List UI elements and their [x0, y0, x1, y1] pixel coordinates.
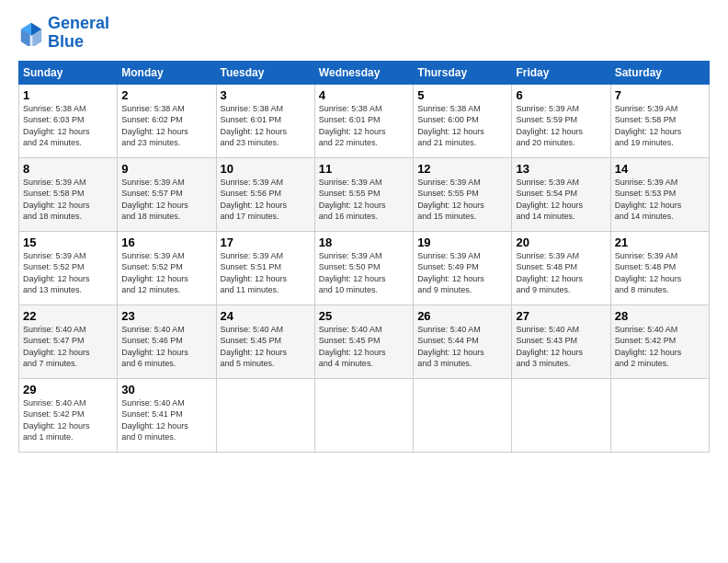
logo-icon	[18, 20, 44, 46]
day-number: 23	[121, 309, 211, 323]
calendar-cell: 30Sunrise: 5:40 AM Sunset: 5:41 PM Dayli…	[118, 378, 216, 452]
calendar-cell: 29Sunrise: 5:40 AM Sunset: 5:42 PM Dayli…	[19, 378, 118, 452]
day-number: 28	[615, 309, 705, 323]
cell-info: Sunrise: 5:39 AM Sunset: 5:49 PM Dayligh…	[417, 250, 507, 296]
day-number: 25	[319, 309, 409, 323]
day-number: 27	[516, 309, 606, 323]
calendar-cell: 10Sunrise: 5:39 AM Sunset: 5:56 PM Dayli…	[216, 157, 314, 231]
weekday-header-monday: Monday	[118, 61, 216, 84]
week-row-1: 1Sunrise: 5:38 AM Sunset: 6:03 PM Daylig…	[19, 84, 710, 157]
day-number: 18	[319, 236, 409, 249]
day-number: 9	[121, 162, 211, 176]
calendar-cell: 28Sunrise: 5:40 AM Sunset: 5:42 PM Dayli…	[610, 304, 709, 378]
calendar-cell: 15Sunrise: 5:39 AM Sunset: 5:52 PM Dayli…	[19, 231, 118, 304]
cell-info: Sunrise: 5:39 AM Sunset: 5:59 PM Dayligh…	[516, 103, 606, 149]
calendar-cell: 5Sunrise: 5:38 AM Sunset: 6:00 PM Daylig…	[414, 84, 512, 157]
cell-info: Sunrise: 5:38 AM Sunset: 6:02 PM Dayligh…	[121, 103, 211, 149]
week-row-3: 15Sunrise: 5:39 AM Sunset: 5:52 PM Dayli…	[19, 231, 710, 304]
cell-info: Sunrise: 5:40 AM Sunset: 5:42 PM Dayligh…	[23, 397, 113, 443]
calendar-cell: 16Sunrise: 5:39 AM Sunset: 5:52 PM Dayli…	[118, 231, 216, 304]
calendar-cell: 20Sunrise: 5:39 AM Sunset: 5:48 PM Dayli…	[512, 231, 610, 304]
day-number: 19	[417, 236, 507, 249]
day-number: 14	[615, 162, 705, 176]
day-number: 30	[121, 383, 211, 396]
calendar-cell: 3Sunrise: 5:38 AM Sunset: 6:01 PM Daylig…	[216, 84, 314, 157]
cell-info: Sunrise: 5:40 AM Sunset: 5:46 PM Dayligh…	[121, 324, 211, 370]
day-number: 11	[319, 162, 409, 176]
cell-info: Sunrise: 5:39 AM Sunset: 5:52 PM Dayligh…	[121, 250, 211, 296]
week-row-2: 8Sunrise: 5:39 AM Sunset: 5:58 PM Daylig…	[19, 157, 710, 231]
cell-info: Sunrise: 5:39 AM Sunset: 5:55 PM Dayligh…	[319, 177, 409, 223]
weekday-header-thursday: Thursday	[414, 61, 512, 84]
calendar-cell: 18Sunrise: 5:39 AM Sunset: 5:50 PM Dayli…	[314, 231, 413, 304]
page: General Blue SundayMondayTuesdayWednesda…	[0, 0, 728, 563]
cell-info: Sunrise: 5:39 AM Sunset: 5:48 PM Dayligh…	[615, 250, 705, 296]
cell-info: Sunrise: 5:38 AM Sunset: 6:00 PM Dayligh…	[417, 103, 507, 149]
weekday-header-friday: Friday	[512, 61, 610, 84]
cell-info: Sunrise: 5:38 AM Sunset: 6:03 PM Dayligh…	[23, 103, 113, 149]
calendar-cell: 14Sunrise: 5:39 AM Sunset: 5:53 PM Dayli…	[610, 157, 709, 231]
day-number: 2	[121, 88, 211, 102]
cell-info: Sunrise: 5:40 AM Sunset: 5:41 PM Dayligh…	[121, 397, 211, 443]
week-row-4: 22Sunrise: 5:40 AM Sunset: 5:47 PM Dayli…	[19, 304, 710, 378]
cell-info: Sunrise: 5:39 AM Sunset: 5:58 PM Dayligh…	[615, 103, 705, 149]
calendar-cell: 25Sunrise: 5:40 AM Sunset: 5:45 PM Dayli…	[314, 304, 413, 378]
day-number: 13	[516, 162, 606, 176]
cell-info: Sunrise: 5:40 AM Sunset: 5:47 PM Dayligh…	[23, 324, 113, 370]
logo-text: General Blue	[48, 15, 109, 52]
calendar-cell: 17Sunrise: 5:39 AM Sunset: 5:51 PM Dayli…	[216, 231, 314, 304]
day-number: 15	[23, 236, 113, 249]
calendar-cell: 27Sunrise: 5:40 AM Sunset: 5:43 PM Dayli…	[512, 304, 610, 378]
calendar-cell: 11Sunrise: 5:39 AM Sunset: 5:55 PM Dayli…	[314, 157, 413, 231]
cell-info: Sunrise: 5:39 AM Sunset: 5:57 PM Dayligh…	[121, 177, 211, 223]
cell-info: Sunrise: 5:39 AM Sunset: 5:50 PM Dayligh…	[319, 250, 409, 296]
week-row-5: 29Sunrise: 5:40 AM Sunset: 5:42 PM Dayli…	[19, 378, 710, 452]
calendar-cell: 19Sunrise: 5:39 AM Sunset: 5:49 PM Dayli…	[414, 231, 512, 304]
day-number: 4	[319, 88, 409, 102]
calendar-cell	[610, 378, 709, 452]
calendar-cell: 12Sunrise: 5:39 AM Sunset: 5:55 PM Dayli…	[414, 157, 512, 231]
calendar-cell: 8Sunrise: 5:39 AM Sunset: 5:58 PM Daylig…	[19, 157, 118, 231]
weekday-header-tuesday: Tuesday	[216, 61, 314, 84]
calendar-cell	[512, 378, 610, 452]
day-number: 22	[23, 309, 113, 323]
calendar-cell	[414, 378, 512, 452]
calendar-cell: 22Sunrise: 5:40 AM Sunset: 5:47 PM Dayli…	[19, 304, 118, 378]
cell-info: Sunrise: 5:40 AM Sunset: 5:44 PM Dayligh…	[417, 324, 507, 370]
cell-info: Sunrise: 5:40 AM Sunset: 5:43 PM Dayligh…	[516, 324, 606, 370]
cell-info: Sunrise: 5:39 AM Sunset: 5:51 PM Dayligh…	[221, 250, 311, 296]
day-number: 5	[417, 88, 507, 102]
day-number: 29	[23, 383, 113, 396]
calendar-cell: 21Sunrise: 5:39 AM Sunset: 5:48 PM Dayli…	[610, 231, 709, 304]
day-number: 1	[23, 88, 113, 102]
calendar-cell: 6Sunrise: 5:39 AM Sunset: 5:59 PM Daylig…	[512, 84, 610, 157]
day-number: 21	[615, 236, 705, 249]
cell-info: Sunrise: 5:39 AM Sunset: 5:56 PM Dayligh…	[221, 177, 311, 223]
cell-info: Sunrise: 5:38 AM Sunset: 6:01 PM Dayligh…	[319, 103, 409, 149]
day-number: 3	[221, 88, 311, 102]
cell-info: Sunrise: 5:39 AM Sunset: 5:52 PM Dayligh…	[23, 250, 113, 296]
day-number: 6	[516, 88, 606, 102]
day-number: 12	[417, 162, 507, 176]
cell-info: Sunrise: 5:38 AM Sunset: 6:01 PM Dayligh…	[221, 103, 311, 149]
cell-info: Sunrise: 5:39 AM Sunset: 5:53 PM Dayligh…	[615, 177, 705, 223]
cell-info: Sunrise: 5:40 AM Sunset: 5:45 PM Dayligh…	[319, 324, 409, 370]
cell-info: Sunrise: 5:39 AM Sunset: 5:58 PM Dayligh…	[23, 177, 113, 223]
weekday-header-saturday: Saturday	[610, 61, 709, 84]
logo: General Blue	[18, 15, 109, 52]
day-number: 7	[615, 88, 705, 102]
day-number: 10	[221, 162, 311, 176]
weekday-header-row: SundayMondayTuesdayWednesdayThursdayFrid…	[19, 61, 710, 84]
day-number: 17	[221, 236, 311, 249]
calendar-cell: 13Sunrise: 5:39 AM Sunset: 5:54 PM Dayli…	[512, 157, 610, 231]
calendar-cell	[216, 378, 314, 452]
weekday-header-sunday: Sunday	[19, 61, 118, 84]
calendar-cell: 26Sunrise: 5:40 AM Sunset: 5:44 PM Dayli…	[414, 304, 512, 378]
calendar-cell: 7Sunrise: 5:39 AM Sunset: 5:58 PM Daylig…	[610, 84, 709, 157]
cell-info: Sunrise: 5:40 AM Sunset: 5:45 PM Dayligh…	[221, 324, 311, 370]
day-number: 20	[516, 236, 606, 249]
calendar-cell: 1Sunrise: 5:38 AM Sunset: 6:03 PM Daylig…	[19, 84, 118, 157]
header: General Blue	[18, 15, 710, 52]
calendar-cell: 2Sunrise: 5:38 AM Sunset: 6:02 PM Daylig…	[118, 84, 216, 157]
calendar-cell: 9Sunrise: 5:39 AM Sunset: 5:57 PM Daylig…	[118, 157, 216, 231]
